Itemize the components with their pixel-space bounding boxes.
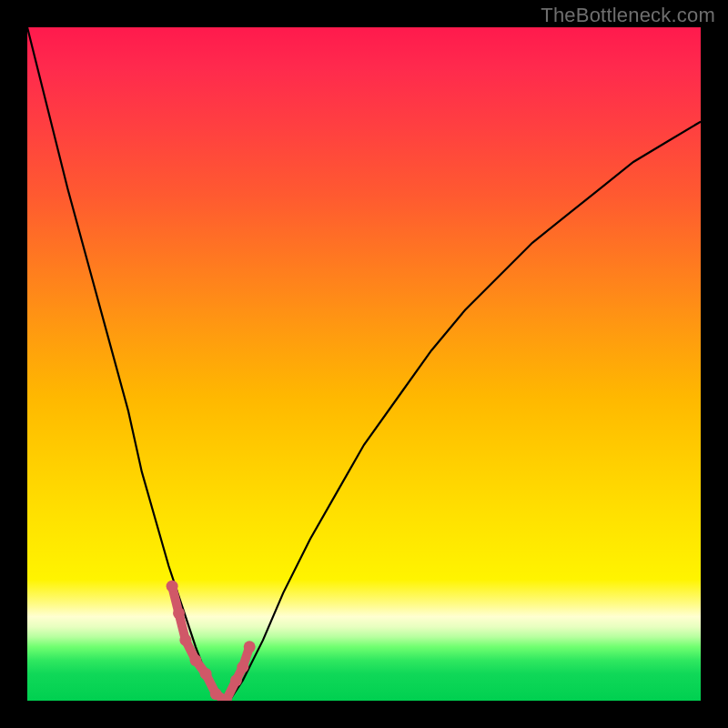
curve-path [27, 27, 701, 701]
valley-dot [173, 607, 185, 619]
valley-dot [190, 654, 202, 666]
valley-dot [179, 634, 191, 646]
valley-dot [200, 668, 212, 680]
plot-area [27, 27, 701, 701]
valley-dot [210, 688, 222, 700]
chart-frame: TheBottleneck.com [0, 0, 728, 728]
valley-dot [167, 581, 178, 592]
watermark-text: TheBottleneck.com [541, 4, 715, 27]
valley-dot [244, 641, 256, 652]
bottleneck-curve [27, 27, 701, 701]
valley-dot [230, 674, 242, 686]
valley-dot [237, 662, 248, 673]
